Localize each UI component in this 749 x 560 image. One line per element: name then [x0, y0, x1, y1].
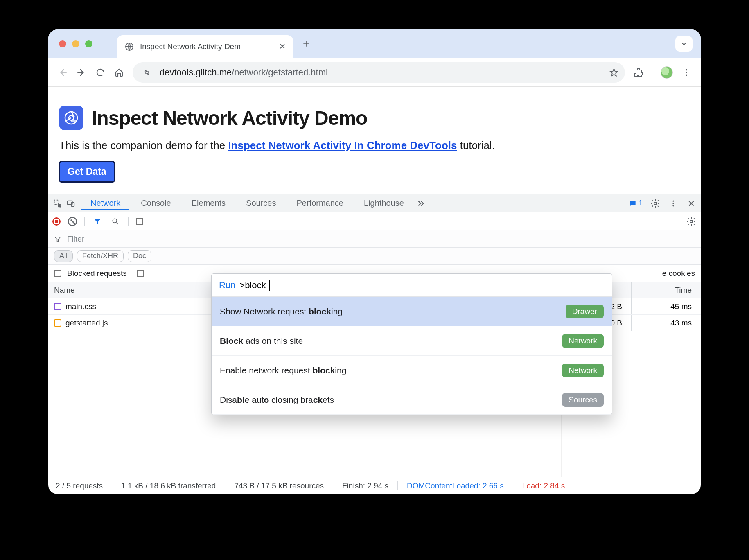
- status-transferred: 1.1 kB / 18.6 kB transferred: [121, 481, 225, 490]
- browser-toolbar: devtools.glitch.me/network/getstarted.ht…: [48, 58, 701, 87]
- command-input[interactable]: Run >block: [212, 274, 612, 297]
- globe-icon: [124, 42, 134, 52]
- extensions-icon[interactable]: [633, 67, 644, 78]
- browser-menu-icon[interactable]: [681, 67, 692, 78]
- blocked-requests-label: Blocked requests: [67, 269, 127, 278]
- filter-pills-row: AllFetch/XHRDoc: [48, 248, 701, 265]
- tab-overflow-button[interactable]: [675, 36, 693, 52]
- command-tag: Network: [562, 364, 604, 377]
- svg-point-12: [672, 200, 674, 201]
- tab-close-icon[interactable]: [279, 43, 287, 50]
- tab-title: Inspect Network Activity Dem: [140, 42, 273, 51]
- command-item[interactable]: Show Network request blockingDrawer: [212, 297, 612, 326]
- status-load: Load: 2.84 s: [522, 481, 574, 490]
- address-bar[interactable]: devtools.glitch.me/network/getstarted.ht…: [133, 62, 625, 83]
- bookmark-star-icon[interactable]: [609, 67, 619, 78]
- unknown-checkbox[interactable]: [137, 270, 144, 277]
- search-icon[interactable]: [110, 216, 121, 227]
- fullscreen-window-icon[interactable]: [85, 40, 92, 47]
- devtools-tab-elements[interactable]: Elements: [183, 196, 235, 210]
- filter-row: Filter: [48, 230, 701, 248]
- svg-point-13: [672, 203, 674, 204]
- svg-point-4: [686, 72, 687, 73]
- command-item[interactable]: Disable auto closing bracketsSources: [212, 385, 612, 415]
- issues-badge[interactable]: 1: [629, 199, 643, 208]
- close-window-icon[interactable]: [59, 40, 66, 47]
- command-tag: Network: [562, 334, 604, 348]
- command-text: Enable network request blocking: [220, 366, 555, 375]
- network-settings-icon[interactable]: [686, 216, 697, 227]
- filter-icon[interactable]: [92, 216, 103, 227]
- svg-point-1: [145, 70, 147, 72]
- svg-point-11: [654, 202, 657, 205]
- devtools-tab-lighthouse[interactable]: Lighthouse: [355, 196, 413, 210]
- tab-strip: Inspect Network Activity Dem: [48, 29, 701, 58]
- command-item[interactable]: Enable network request blockingNetwork: [212, 356, 612, 385]
- more-tabs-icon[interactable]: [415, 198, 426, 209]
- home-button[interactable]: [114, 67, 124, 78]
- filter-pill-all[interactable]: All: [54, 250, 73, 262]
- device-toolbar-icon[interactable]: [65, 198, 76, 209]
- svg-point-15: [113, 219, 117, 223]
- svg-point-5: [686, 74, 687, 76]
- command-query: >block: [239, 280, 266, 291]
- browser-tab[interactable]: Inspect Network Activity Dem: [117, 35, 293, 58]
- status-dcl: DOMContentLoaded: 2.66 s: [407, 481, 513, 490]
- filter-pill-fetch-xhr[interactable]: Fetch/XHR: [77, 250, 124, 262]
- cookies-label-tail: e cookies: [662, 269, 695, 278]
- funnel-icon: [54, 235, 61, 243]
- col-time[interactable]: Time: [631, 282, 701, 298]
- devtools-tab-sources[interactable]: Sources: [237, 196, 285, 210]
- back-button: [57, 67, 68, 78]
- filter-input[interactable]: Filter: [67, 235, 84, 244]
- command-tag: Sources: [562, 393, 604, 407]
- status-bar: 2 / 5 requests 1.1 kB / 18.6 kB transfer…: [48, 477, 701, 494]
- window-controls: [59, 40, 92, 47]
- filter-pill-doc[interactable]: Doc: [128, 250, 151, 262]
- get-data-button[interactable]: Get Data: [59, 161, 115, 183]
- command-text: Block ads on this site: [220, 336, 555, 346]
- url-text: devtools.glitch.me/network/getstarted.ht…: [160, 67, 328, 78]
- devtools-close-icon[interactable]: [686, 198, 697, 209]
- page-content: Inspect Network Activity Demo This is th…: [48, 87, 701, 194]
- record-icon[interactable]: [52, 217, 61, 226]
- clear-icon[interactable]: [68, 217, 77, 226]
- devtools-menu-icon[interactable]: [668, 198, 679, 209]
- devtools-tab-network[interactable]: Network: [81, 196, 129, 210]
- status-requests: 2 / 5 requests: [56, 481, 112, 490]
- preserve-log-checkbox[interactable]: [136, 218, 143, 225]
- cell-time: 45 ms: [631, 298, 701, 314]
- run-prefix: Run: [219, 280, 235, 291]
- divider: [652, 66, 652, 79]
- page-title: Inspect Network Activity Demo: [92, 107, 367, 129]
- status-finish: Finish: 2.94 s: [342, 481, 398, 490]
- network-toolbar: [48, 212, 701, 230]
- svg-point-6: [65, 112, 77, 124]
- minimize-window-icon[interactable]: [72, 40, 79, 47]
- status-resources: 743 B / 17.5 kB resources: [234, 481, 333, 490]
- forward-button[interactable]: [76, 67, 87, 78]
- chrome-logo-icon: [59, 106, 83, 130]
- tutorial-link[interactable]: Inspect Network Activity In Chrome DevTo…: [228, 139, 457, 151]
- profile-avatar[interactable]: [661, 66, 673, 79]
- new-tab-button[interactable]: [297, 35, 315, 53]
- command-text: Show Network request blocking: [220, 307, 559, 316]
- page-intro: This is the companion demo for the Inspe…: [59, 139, 688, 152]
- command-item[interactable]: Block ads on this siteNetwork: [212, 326, 612, 356]
- devtools-tab-console[interactable]: Console: [132, 196, 180, 210]
- settings-gear-icon[interactable]: [650, 198, 661, 209]
- site-info-icon[interactable]: [140, 68, 154, 77]
- devtools-tab-performance[interactable]: Performance: [288, 196, 353, 210]
- svg-point-14: [672, 205, 674, 206]
- inspect-element-icon[interactable]: [52, 198, 63, 209]
- command-palette: Run >block Show Network request blocking…: [211, 273, 612, 415]
- cell-time: 43 ms: [631, 315, 701, 331]
- devtools-tabs: NetworkConsoleElementsSourcesPerformance…: [48, 194, 701, 212]
- svg-point-16: [690, 220, 693, 223]
- svg-point-7: [69, 115, 74, 120]
- command-text: Disable auto closing brackets: [220, 395, 555, 405]
- svg-point-3: [686, 69, 687, 70]
- browser-window: Inspect Network Activity Dem devtools.gl…: [48, 29, 701, 494]
- blocked-requests-checkbox[interactable]: [54, 270, 61, 277]
- reload-button[interactable]: [95, 67, 106, 78]
